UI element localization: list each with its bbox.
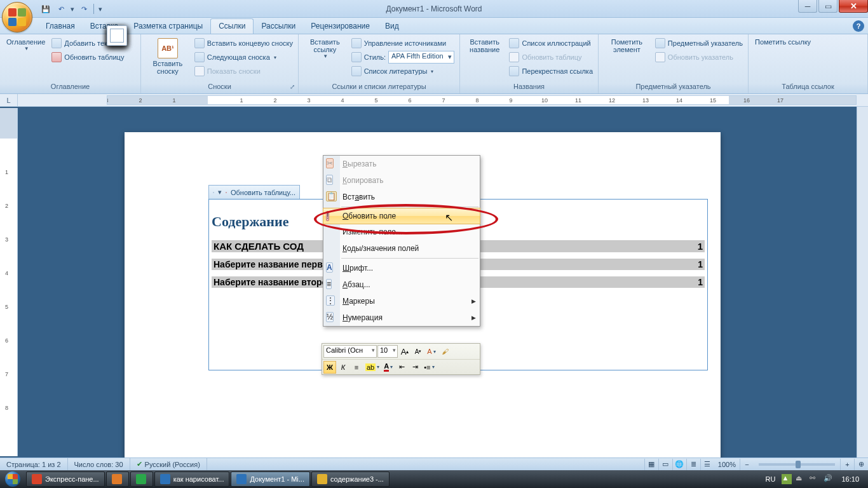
cross-reference-button[interactable]: Перекрестная ссылка (506, 64, 595, 78)
tray-clock[interactable]: 16:10 (837, 475, 863, 483)
tab-view[interactable]: Вид (377, 19, 407, 34)
taskbar-item[interactable] (106, 471, 129, 487)
view-full-screen[interactable]: ▭ (658, 459, 672, 470)
taskbar-item[interactable]: содержание3 -... (311, 471, 390, 487)
highlight-button[interactable]: ab▾ (363, 361, 381, 374)
vertical-ruler[interactable]: 12345678 (0, 108, 18, 456)
font-color-button[interactable]: A▾ (382, 361, 395, 374)
style-combo[interactable]: APA Fifth Edition (388, 51, 454, 64)
office-button[interactable] (2, 2, 32, 32)
grow-font-button[interactable]: A▴ (398, 345, 411, 358)
italic-button[interactable]: К (337, 361, 349, 374)
separator (341, 207, 478, 207)
tray-volume-icon[interactable]: 🔊 (824, 474, 834, 484)
maximize-button[interactable]: ▭ (818, 0, 837, 13)
group-label: Названия (460, 83, 598, 93)
ctx-paste[interactable]: 📋Вставить (323, 189, 480, 205)
bibliography-icon (351, 66, 362, 76)
tab-page-layout[interactable]: Разметка страницы (126, 19, 210, 34)
office-logo-icon (8, 8, 26, 26)
status-language[interactable]: ✔Русский (Россия) (130, 458, 207, 470)
tab-mailings[interactable]: Рассылки (254, 19, 303, 34)
insert-index-button[interactable]: Предметный указатель (653, 36, 745, 50)
update-icon (655, 52, 665, 62)
close-button[interactable]: ✕ (839, 0, 868, 13)
status-right: ▦ ▭ 🌐 ≣ ☰ 100% − + ⊕ (644, 458, 868, 470)
format-painter-button[interactable]: 🖌 (438, 345, 451, 358)
view-draft[interactable]: ☰ (700, 459, 714, 470)
taskbar-item[interactable]: Экспресс-пане... (26, 471, 105, 487)
status-words[interactable]: Число слов: 30 (68, 458, 130, 470)
view-web-layout[interactable]: 🌐 (672, 459, 686, 470)
styles-button[interactable]: A▾ (425, 345, 438, 358)
taskbar-item[interactable]: как нарисоват... (154, 471, 230, 487)
bold-button[interactable]: Ж (323, 361, 336, 374)
mark-entry-button[interactable]: Пометить элемент (601, 36, 653, 81)
zoom-level[interactable]: 100% (714, 461, 740, 468)
tab-home[interactable]: Главная (38, 19, 83, 34)
minimize-button[interactable]: ─ (798, 0, 817, 13)
center-button[interactable]: ≡ (350, 361, 363, 374)
view-print-layout[interactable]: ▦ (644, 459, 658, 470)
next-footnote-button[interactable]: Следующая сноска▾ (192, 50, 295, 64)
insert-footnote-button[interactable]: Вставить сноску (144, 36, 192, 81)
word-icon (160, 474, 170, 484)
vertical-scrollbar[interactable] (857, 107, 868, 458)
tray-safely-remove-icon[interactable]: ⏏ (796, 474, 806, 484)
insert-endnote-button[interactable]: Вставить концевую сноску (192, 36, 295, 50)
mark-citation-button[interactable]: Пометить ссылку (751, 36, 815, 81)
view-outline[interactable]: ≣ (686, 459, 700, 470)
dialog-launcher[interactable]: ⤢ (288, 83, 297, 92)
group-footnotes: Вставить сноску Вставить концевую сноску… (141, 34, 299, 93)
dropdown-icon[interactable]: ▾ (218, 188, 222, 196)
group-label: Ссылки и списки литературы (299, 83, 459, 93)
ctx-paragraph[interactable]: ≡Абзац... (323, 276, 480, 293)
font-size-combo[interactable]: 10 (377, 345, 398, 358)
horizontal-ruler[interactable]: 1231234567891011121314151617 (107, 95, 857, 105)
zoom-out-button[interactable]: − (740, 459, 754, 470)
help-button[interactable]: ? (853, 20, 864, 32)
manage-sources-button[interactable]: Управление источниками (349, 36, 457, 50)
tray-flag-icon[interactable]: ▲ (782, 474, 792, 484)
shrink-font-button[interactable]: A▾ (412, 345, 424, 358)
update-toc-link[interactable]: Обновить таблицу... (231, 189, 295, 196)
zoom-thumb[interactable] (796, 461, 801, 468)
windows-taskbar: Экспресс-пане... как нарисоват... Докуме… (0, 470, 868, 488)
tray-language[interactable]: RU (763, 475, 778, 483)
toc-button[interactable]: Оглавление ▼ (3, 36, 49, 81)
tray-network-icon[interactable]: ⚯ (810, 474, 820, 484)
zoom-slider[interactable] (759, 463, 835, 466)
toc-handle-icon[interactable] (213, 192, 214, 193)
ctx-font[interactable]: AШрифт... (323, 260, 480, 276)
insert-citation-button[interactable]: Вставить ссылку ▼ (301, 36, 349, 81)
tab-references[interactable]: Ссылки (210, 18, 254, 34)
tab-selector[interactable]: L (0, 94, 18, 106)
taskbar-item[interactable]: Документ1 - Mi... (231, 471, 309, 487)
zoom-in-button[interactable]: + (840, 459, 854, 470)
toc-label: Оглавление (6, 38, 45, 46)
citation-style[interactable]: Стиль:APA Fifth Edition (349, 50, 457, 64)
bullets-button[interactable]: •≡▾ (422, 361, 436, 374)
ctx-cut: ✂ВВырезатьырезать (323, 156, 480, 172)
bibliography-button[interactable]: Список литературы▾ (349, 64, 457, 78)
ctx-update-field[interactable]: !Обновить поле (323, 208, 480, 224)
document-area[interactable]: ▾ Обновить таблицу... Содержание КАК СДЕ… (18, 107, 857, 458)
table-of-figures-button[interactable]: Список иллюстраций (506, 36, 595, 50)
update-toc-button[interactable]: Обновить таблицу (49, 50, 126, 64)
increase-indent-button[interactable]: ⇥ (409, 361, 421, 374)
start-button[interactable] (0, 470, 25, 488)
ctx-edit-field[interactable]: Изменить поле... (323, 224, 480, 240)
decrease-indent-button[interactable]: ⇤ (395, 361, 408, 374)
taskbar-item[interactable] (130, 471, 153, 487)
ctx-numbering[interactable]: ½Нумерация▶ (323, 309, 480, 326)
ctx-toggle-codes[interactable]: Коды/значения полей (323, 240, 480, 257)
insert-caption-button[interactable]: Вставить название (463, 36, 506, 81)
tab-review[interactable]: Рецензирование (303, 19, 377, 34)
zoom-fit-button[interactable]: ⊕ (854, 459, 868, 470)
ctx-bullets[interactable]: ⋮Маркеры▶ (323, 293, 480, 309)
font-family-combo[interactable]: Calibri (Осн (323, 345, 377, 358)
window-title: Документ1 - Microsoft Word (0, 4, 868, 13)
context-menu: ✂ВВырезатьырезать ⧉Копировать 📋Вставить … (323, 155, 480, 327)
title-bar: 💾 ↶ ▾ ↷ ▾ Документ1 - Microsoft Word ─ ▭… (0, 0, 868, 18)
status-page[interactable]: Страница: 1 из 2 (0, 458, 68, 470)
